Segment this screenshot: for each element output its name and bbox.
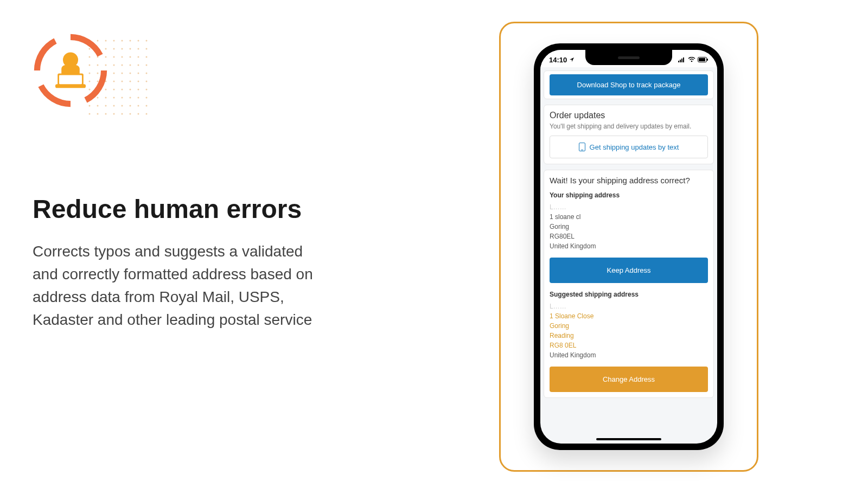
svg-point-21 [130,56,131,58]
get-updates-by-text-label: Get shipping updates by text [590,143,679,151]
svg-point-23 [146,56,148,58]
svg-point-77 [130,113,131,115]
download-card: Download Shop to track package [544,70,714,99]
order-updates-subtitle: You'll get shipping and delivery updates… [550,123,708,130]
svg-point-67 [113,105,115,107]
svg-point-53 [130,89,131,91]
svg-point-55 [146,89,148,91]
svg-point-63 [146,97,148,99]
svg-point-60 [122,97,123,99]
screen-content: Download Shop to track package Order upd… [540,67,717,407]
svg-point-43 [113,81,115,82]
svg-point-6 [138,40,139,42]
svg-point-76 [122,113,123,115]
svg-point-19 [113,56,115,58]
svg-point-7 [146,40,148,42]
svg-rect-82 [55,84,86,88]
your-address-line-4: United Kingdom [550,241,708,251]
address-check-title: Wait! Is your shipping address correct? [550,176,708,185]
address-check-card: Wait! Is your shipping address correct? … [544,170,714,398]
svg-point-88 [691,60,693,62]
keep-address-button[interactable]: Keep Address [550,258,708,283]
svg-point-14 [138,48,139,50]
svg-rect-87 [683,57,684,62]
svg-point-36 [122,73,123,74]
svg-point-71 [146,105,148,107]
phone-device: 14:10 [534,43,724,450]
order-updates-card: Order updates You'll get shipping and de… [544,105,714,164]
user-laptop-icon [33,33,108,108]
signal-icon [678,56,686,64]
wifi-icon [688,56,695,64]
feature-heading: Reduce human errors [33,195,326,224]
svg-point-12 [122,48,123,50]
svg-point-79 [146,113,148,115]
svg-point-37 [130,73,131,74]
svg-point-62 [138,97,139,99]
svg-point-74 [105,113,107,115]
svg-point-20 [122,56,123,58]
your-address-line-2: Goring [550,222,708,232]
svg-rect-86 [681,59,682,62]
your-address-line-1: 1 sloane cl [550,212,708,222]
svg-point-30 [138,65,139,66]
change-address-button[interactable]: Change Address [550,367,708,392]
svg-point-46 [138,81,139,82]
phone-icon [579,143,585,151]
svg-rect-91 [707,59,708,61]
suggested-address-line-2: Goring [550,321,708,331]
svg-point-38 [138,73,139,74]
svg-point-45 [130,81,131,82]
svg-point-28 [122,65,123,66]
svg-point-4 [122,40,123,42]
svg-point-52 [122,89,123,91]
phone-notch [585,50,672,65]
svg-point-5 [130,40,131,42]
svg-point-29 [130,65,131,66]
svg-point-44 [122,81,123,82]
svg-point-22 [138,56,139,58]
svg-rect-84 [678,61,679,62]
marketing-left-panel: Reduce human errors Corrects typos and s… [33,33,326,331]
suggested-name-obscured: L…… [550,301,708,311]
feature-icon-wrapper [33,33,119,119]
svg-point-75 [113,113,115,115]
svg-point-3 [113,40,115,42]
suggested-address-line-1: 1 Sloane Close [550,311,708,321]
svg-point-31 [146,65,148,66]
svg-point-11 [113,48,115,50]
your-address-label: Your shipping address [550,191,708,199]
svg-rect-90 [699,58,705,61]
order-updates-title: Order updates [550,111,708,120]
your-address-line-3: RG80EL [550,232,708,241]
svg-point-59 [113,97,115,99]
home-indicator [596,438,661,440]
status-time: 14:10 [549,56,567,64]
suggested-address-line-5: United Kingdom [550,350,708,360]
phone-showcase-frame: 14:10 [499,22,758,472]
svg-point-47 [146,81,148,82]
your-name-obscured: L…… [550,202,708,212]
feature-body-text: Corrects typos and suggests a validated … [33,240,326,331]
svg-point-61 [130,97,131,99]
svg-rect-83 [59,75,82,84]
location-icon [569,56,575,64]
svg-point-35 [113,73,115,74]
download-shop-button[interactable]: Download Shop to track package [550,74,708,95]
svg-point-70 [138,105,139,107]
battery-icon [698,56,709,64]
svg-point-27 [113,65,115,66]
phone-screen: 14:10 [540,50,717,444]
svg-rect-85 [680,60,681,62]
svg-point-78 [138,113,139,115]
suggested-address-line-4: RG8 0EL [550,341,708,350]
svg-point-39 [146,73,148,74]
suggested-address-line-3: Reading [550,331,708,341]
svg-point-15 [146,48,148,50]
suggested-address-label: Suggested shipping address [550,291,708,298]
svg-point-73 [97,113,99,115]
svg-point-69 [130,105,131,107]
svg-point-68 [122,105,123,107]
svg-point-72 [89,113,91,115]
get-updates-by-text-button[interactable]: Get shipping updates by text [550,136,708,158]
